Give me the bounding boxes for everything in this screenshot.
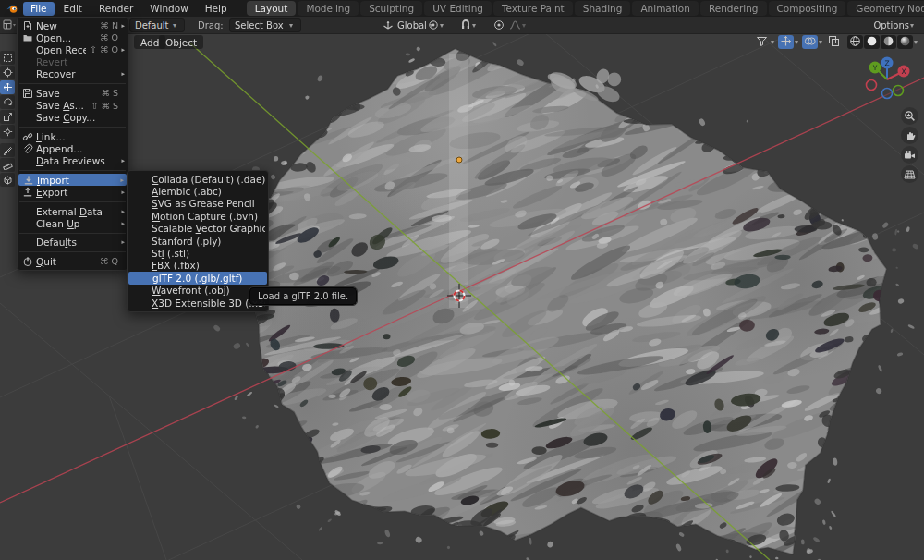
menu-item-label: Motion Capture (.bvh) [152,211,265,222]
menu-item-link[interactable]: Link... [18,130,128,142]
blender-logo [6,3,18,14]
chevron-down-icon: ▾ [289,21,293,30]
navigation-gizmo[interactable]: Z Y X [859,48,917,109]
select-box-tool[interactable] [0,51,15,65]
menu-item-save[interactable]: Save⌘ S [18,87,128,99]
menu-item-scalable-vector-graphics-svg[interactable]: Scalable Vector Graphics (.svg) [128,223,268,235]
rotate-tool[interactable] [0,95,15,109]
menu-item-stanford-ply[interactable]: Stanford (.ply) [128,235,268,247]
topbar: FileEditRenderWindowHelp LayoutModelingS… [0,0,924,17]
tab-modeling[interactable]: Modeling [298,1,359,16]
menu-item-wavefront-obj[interactable]: Wavefront (.obj) [128,285,268,297]
zoom-button[interactable] [901,107,918,125]
menu-separator [19,127,126,128]
menu-item-save-as[interactable]: Save As...⇧ ⌘ S [18,100,128,112]
menu-item-clean-up[interactable]: Clean Up▸ [18,217,128,229]
menu-item-stl-stl[interactable]: Stl (.stl) [128,247,268,259]
tab-animation[interactable]: Animation [632,1,699,16]
cursor-tool[interactable] [0,66,15,79]
proportional-editing-toggle[interactable] [493,18,505,31]
file-menu: New⌘ N▸Open...⌘ OOpen Recent⇧ ⌘ O▸Revert… [17,17,128,271]
link-icon [22,131,36,142]
menu-item-new[interactable]: New⌘ N▸ [18,19,128,31]
menu-window[interactable]: Window [142,2,195,16]
menu-item-collada-default-dae[interactable]: Collada (Default) (.dae) [128,173,268,185]
shading-wireframe[interactable] [847,35,863,49]
measure-tool[interactable] [0,158,15,172]
tab-shading[interactable]: Shading [575,1,631,16]
scale-tool[interactable] [0,110,15,124]
submenu-arrow-icon: ▸ [118,189,125,196]
perspective-toggle-button[interactable] [901,165,918,183]
chevron-down-icon[interactable]: ▾ [819,38,822,46]
submenu-arrow-icon: ▸ [117,177,124,184]
submenu-arrow-icon: ▸ [118,46,125,54]
menu-item-svg-as-grease-pencil[interactable]: SVG as Grease Pencil [128,198,268,210]
menu-item-data-previews[interactable]: Data Previews▸ [18,155,128,167]
menu-item-revert[interactable]: Revert [18,56,128,68]
tab-rendering[interactable]: Rendering [700,1,767,16]
menu-item-gltf-2-0-glb-gltf[interactable]: glTF 2.0 (.glb/.gltf) [128,272,267,284]
tab-layout[interactable]: Layout [247,1,297,16]
tool-preset-dropdown[interactable]: Default ▾ [129,18,185,32]
menu-item-save-copy[interactable]: Save Copy... [18,112,128,124]
tab-sculpting[interactable]: Sculpting [360,1,422,16]
menu-file[interactable]: File [23,2,55,16]
menu-item-alembic-abc[interactable]: Alembic (.abc) [128,185,268,197]
menu-item-append[interactable]: Append... [18,142,128,154]
paperclip-icon [22,143,36,154]
snap-toggle[interactable]: ▾ [460,18,479,31]
menu-separator [19,201,126,202]
menu-item-defaults[interactable]: Defaults▸ [18,237,128,249]
annotate-tool[interactable] [0,143,15,157]
menu-item-label: Append... [36,143,115,154]
submenu-arrow-icon: ▸ [118,157,125,164]
proportional-falloff-dropdown[interactable]: ▾ [509,18,529,31]
xray-icon [828,33,840,51]
chevron-down-icon[interactable]: ▾ [914,38,918,46]
menu-item-fbx-fbx[interactable]: FBX (.fbx) [128,260,268,272]
menu-render[interactable]: Render [91,2,140,16]
menu-item-label: Link... [36,131,115,142]
show-gizmo-toggle[interactable] [778,35,794,49]
object-visibility-dropdown[interactable] [754,35,770,49]
toggle-xray[interactable] [826,35,842,49]
tab-uv-editing[interactable]: UV Editing [424,1,492,16]
chevron-down-icon[interactable]: ▾ [771,38,774,46]
menu-help[interactable]: Help [198,2,235,16]
menu-separator [19,251,126,252]
menu-item-label: Alembic (.abc) [152,186,265,197]
menu-item-motion-capture-bvh[interactable]: Motion Capture (.bvh) [128,210,268,222]
menu-item-external-data[interactable]: External Data▸ [18,205,128,217]
transform-tool[interactable] [0,125,15,139]
pivot-point-dropdown[interactable]: ▾ [428,18,446,31]
move-view-button[interactable] [901,127,918,144]
tool-preset-value: Default [135,20,169,30]
menu-item-x3d-extensible-3d-x3d-wrl[interactable]: X3D Extensible 3D (.x3d/.wrl) [128,297,268,309]
menu-item-export[interactable]: Export▸ [18,186,128,198]
menu-edit[interactable]: Edit [56,2,90,16]
tab-geometry-nodes[interactable]: Geometry Nodes [847,1,924,16]
submenu-arrow-icon: ▸ [118,22,125,30]
menu-item-open[interactable]: Open...⌘ O [18,31,128,43]
show-overlays-toggle[interactable] [802,35,818,49]
move-tool[interactable] [0,80,15,94]
menu-item-quit[interactable]: Quit⌘ Q [18,255,128,267]
tab-texture-paint[interactable]: Texture Paint [493,1,573,16]
options-dropdown[interactable]: Options ▾ [873,18,917,31]
menu-item-import[interactable]: Import▸ [18,174,127,186]
chevron-down-icon[interactable]: ▾ [795,38,798,46]
shading-rendered[interactable] [897,35,913,49]
viewport-menu-object[interactable]: Object [159,35,203,49]
editor-type-icon[interactable] [3,19,16,30]
menu-item-open-recent[interactable]: Open Recent⇧ ⌘ O▸ [18,43,128,55]
shading-material[interactable] [881,35,896,49]
drag-mode-dropdown[interactable]: Select Box ▾ [229,18,301,32]
svg-text:X: X [901,67,906,76]
tab-compositing[interactable]: Compositing [769,1,846,16]
overlays-icon [804,33,816,51]
menu-item-recover[interactable]: Recover▸ [18,68,128,80]
add-cube-tool[interactable] [0,173,15,187]
shading-solid[interactable] [864,35,880,49]
camera-view-button[interactable] [901,146,918,164]
